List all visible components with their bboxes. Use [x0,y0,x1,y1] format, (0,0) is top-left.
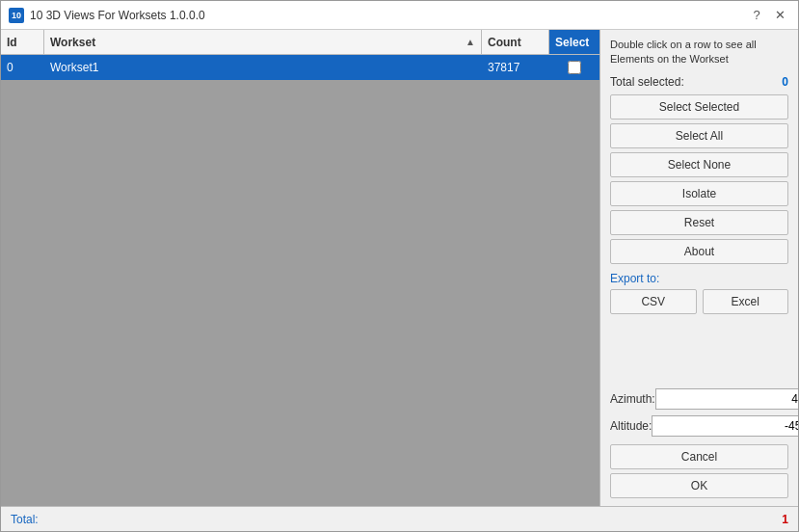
left-panel: Id Workset ▲ Count Select 0 Workset1 378… [1,30,600,506]
spacer [610,318,788,383]
col-header-count: Count [482,30,549,54]
ok-button[interactable]: OK [610,473,788,498]
col-header-id: Id [1,30,44,54]
title-bar: 10 10 3D Views For Worksets 1.0.0.0 ? ✕ [1,1,798,30]
reset-button[interactable]: Reset [610,210,788,235]
window-title: 10 3D Views For Worksets 1.0.0.0 [30,9,205,22]
row-select-checkbox[interactable] [549,61,599,74]
csv-button[interactable]: CSV [610,289,697,314]
app-icon: 10 [9,8,24,23]
total-value: 1 [782,513,788,526]
azimuth-row: Azimuth: ▲ ▼ [610,388,788,410]
right-panel: Double click on a row to see all Element… [600,30,798,506]
hint-text: Double click on a row to see all Element… [610,38,788,67]
col-header-workset: Workset ▲ [44,30,482,54]
main-window: 10 10 3D Views For Worksets 1.0.0.0 ? ✕ … [0,0,799,532]
export-label: Export to: [610,272,788,285]
azimuth-label: Azimuth: [610,392,655,406]
title-bar-left: 10 10 3D Views For Worksets 1.0.0.0 [9,8,205,23]
total-selected-value: 0 [782,75,788,89]
about-button[interactable]: About [610,239,788,264]
help-button[interactable]: ? [746,5,767,26]
altitude-spinbox[interactable]: ▲ ▼ [652,415,798,437]
altitude-input[interactable] [653,416,798,436]
select-none-button[interactable]: Select None [610,152,788,177]
close-button[interactable]: ✕ [769,5,790,26]
bottom-bar: Total: 1 [1,506,798,531]
altitude-row: Altitude: ▲ ▼ [610,415,788,437]
excel-button[interactable]: Excel [703,289,789,314]
cancel-button[interactable]: Cancel [610,444,788,469]
total-selected-label: Total selected: [610,75,684,89]
select-checkbox[interactable] [568,61,581,74]
select-all-button[interactable]: Select All [610,123,788,148]
isolate-button[interactable]: Isolate [610,181,788,206]
total-selected-row: Total selected: 0 [610,75,788,89]
row-id: 0 [1,61,44,74]
azimuth-spinbox[interactable]: ▲ ▼ [655,388,798,410]
title-bar-controls: ? ✕ [746,5,790,26]
row-count: 37817 [482,61,549,74]
total-label: Total: [11,513,39,526]
select-selected-button[interactable]: Select Selected [610,94,788,120]
azimuth-input[interactable] [656,389,798,409]
table-row[interactable]: 0 Workset1 37817 [1,55,599,80]
altitude-label: Altitude: [610,419,652,433]
table-header: Id Workset ▲ Count Select [1,30,599,55]
row-workset: Workset1 [44,61,482,74]
content-area: Id Workset ▲ Count Select 0 Workset1 378… [1,30,798,506]
export-row: CSV Excel [610,289,788,314]
col-header-select: Select [549,30,599,54]
sort-arrow-icon: ▲ [466,37,475,47]
table-body: 0 Workset1 37817 [1,55,599,506]
